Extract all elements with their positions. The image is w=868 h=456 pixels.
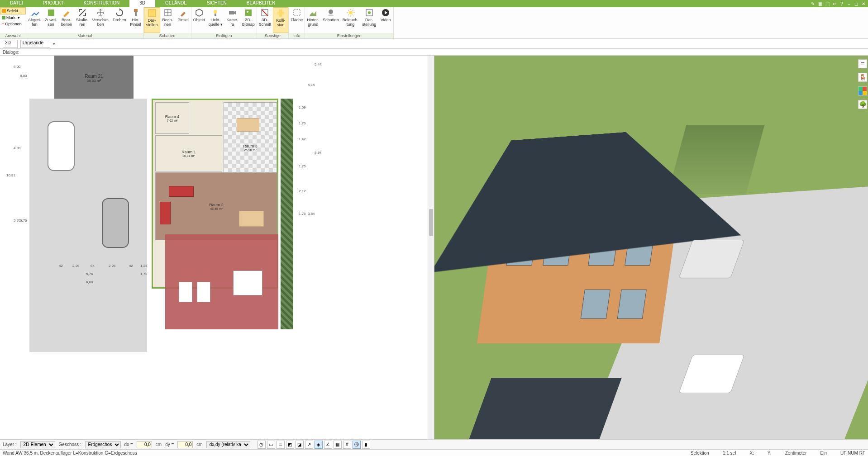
sofa-2[interactable] xyxy=(160,202,171,224)
select-button[interactable]: Selekt. xyxy=(0,7,26,14)
geschoss-select[interactable]: Erdgeschos xyxy=(85,441,121,448)
driveway xyxy=(29,99,147,352)
maximize-icon[interactable]: ◻ xyxy=(854,1,859,6)
dy-input[interactable] xyxy=(177,441,193,448)
tab-datei[interactable]: DATEI xyxy=(0,0,33,7)
options-button[interactable]: +Optionen xyxy=(0,21,26,27)
cube-icon[interactable]: ◈ xyxy=(315,441,323,449)
help-icon[interactable]: ? xyxy=(839,1,844,6)
schatten-button[interactable]: Schatten xyxy=(321,7,341,33)
abgreifen-button[interactable]: Abgrei-fen xyxy=(26,7,43,33)
flaeche-button[interactable]: Fläche xyxy=(289,7,305,33)
plant-icon[interactable]: 🌳 xyxy=(858,100,867,109)
layer-select[interactable]: 2D-Elemen xyxy=(20,441,55,448)
minimize-icon[interactable]: – xyxy=(846,1,852,6)
patio-sofa[interactable] xyxy=(233,271,262,295)
monitor-icon[interactable]: ▭ xyxy=(267,441,275,449)
zuweisen-icon xyxy=(47,8,56,17)
3d-schnitt-button[interactable]: 3D-Schnitt xyxy=(257,7,273,33)
room-2[interactable]: Raum 2 46,45 m² xyxy=(155,172,277,240)
dim-left-5: 5,76 xyxy=(20,218,27,223)
grid-icon-b[interactable]: ▦ xyxy=(334,441,342,449)
layers-icon[interactable]: ≡ xyxy=(858,59,867,68)
kamera-button[interactable]: Kame-ra xyxy=(224,7,240,33)
3d-bitmap-button[interactable]: 3D-Bitmap xyxy=(240,7,257,33)
dim-left-2: 4,99 xyxy=(14,146,21,150)
btn-l2: stellung xyxy=(362,23,376,27)
btn-l1: Video xyxy=(381,18,391,23)
table-dining[interactable] xyxy=(239,211,264,227)
objekt-button[interactable]: Objekt xyxy=(191,7,207,33)
hedge-right xyxy=(281,99,293,329)
undo-icon[interactable]: ↩ xyxy=(832,1,837,6)
select-label: Selekt. xyxy=(7,9,19,13)
video-button[interactable]: Video xyxy=(378,7,393,33)
drehen-icon xyxy=(115,8,124,17)
hash-icon[interactable]: # xyxy=(343,441,351,449)
tab-gelaende[interactable]: GELÄNDE xyxy=(155,0,197,7)
floorplan-scrollbar[interactable] xyxy=(428,56,434,439)
materials-icon[interactable] xyxy=(858,86,867,95)
sofa-1[interactable] xyxy=(169,186,194,197)
lounge-chair-2[interactable] xyxy=(197,282,210,302)
ribbon-group-einstellungen: Hinter-grundSchattenBeleuch-tungDar-stel… xyxy=(305,7,394,38)
tab-3d[interactable]: 3D xyxy=(129,0,155,7)
dx-unit: cm xyxy=(156,442,162,447)
pencil-icon[interactable]: ✎ xyxy=(810,1,816,6)
room-21[interactable]: Raum 21 38,83 m² xyxy=(54,56,134,101)
select-icon-1[interactable]: ◩ xyxy=(286,441,294,449)
n-icon[interactable]: Ⓝ xyxy=(353,441,361,449)
tab-bearbeiten[interactable]: BEARBEITEN xyxy=(237,0,285,7)
room-21-area: 38,83 m² xyxy=(87,79,101,83)
lichtquelle-button[interactable]: Licht-quelle ▾ xyxy=(207,7,225,33)
pinsel-button[interactable]: Pinsel xyxy=(176,7,191,33)
bearbeiten-button[interactable]: Bear-beiten xyxy=(59,7,74,33)
arrow-icon[interactable]: ↗ xyxy=(305,441,313,449)
grid-icon[interactable]: ▦ xyxy=(817,1,823,6)
table-kitchen[interactable] xyxy=(237,118,259,132)
floorplan-pane[interactable]: Raum 21 38,83 m² Raum 4 7,02 m² Raum 1 2… xyxy=(0,56,434,439)
clock-icon[interactable]: ◷ xyxy=(258,441,266,449)
darstellung-button[interactable]: Dar-stellung xyxy=(360,7,378,33)
btn-l2: grund xyxy=(308,23,318,27)
square-icon[interactable]: ⬚ xyxy=(825,1,830,6)
stack-icon[interactable]: ≣ xyxy=(277,441,285,449)
car-dark[interactable] xyxy=(102,198,129,248)
hintergrund-button[interactable]: Hinter-grund xyxy=(305,7,321,33)
floorplan-canvas[interactable]: Raum 21 38,83 m² Raum 4 7,02 m² Raum 1 2… xyxy=(0,56,428,439)
view-mode-select[interactable]: 3D xyxy=(3,40,18,48)
hin-pinsel-button[interactable]: Hin.Pinsel xyxy=(128,7,143,33)
bar-icon[interactable]: ▮ xyxy=(362,441,370,449)
select-icon-2[interactable]: ◪ xyxy=(296,441,304,449)
tab-projekt[interactable]: PROJEKT xyxy=(33,0,74,7)
dx-input[interactable] xyxy=(137,441,152,448)
rechnen-button[interactable]: Rech-nen xyxy=(160,7,176,33)
mark-button[interactable]: Mark.▾ xyxy=(0,14,26,21)
darstellen-button[interactable]: Dar-stellen xyxy=(144,7,160,33)
kamera-icon xyxy=(228,8,237,17)
tab-sichten[interactable]: SICHTEN xyxy=(197,0,237,7)
skalieren-button[interactable]: Skalie-ren xyxy=(74,7,91,33)
car-white[interactable] xyxy=(48,121,75,171)
kollision-button[interactable]: Kolli-sion xyxy=(273,7,288,33)
drehen-button[interactable]: Drehen xyxy=(111,7,128,33)
furniture-icon[interactable]: 🪑 xyxy=(858,73,867,82)
terrain-select[interactable]: Urgelände xyxy=(20,40,50,48)
tab-konstruktion[interactable]: KONSTRUKTION xyxy=(74,0,129,7)
room-4[interactable]: Raum 4 7,02 m² xyxy=(155,102,189,134)
close-icon[interactable]: ✕ xyxy=(861,1,866,6)
scrollbar-thumb[interactable] xyxy=(429,209,433,236)
verschieben-button[interactable]: Verschie-ben xyxy=(91,7,111,33)
chevron-down-icon[interactable]: ▾ xyxy=(53,42,55,46)
angle-icon[interactable]: ∠ xyxy=(324,441,332,449)
beleuchtung-button[interactable]: Beleuch-tung xyxy=(341,7,361,33)
mark-label: Mark. xyxy=(6,15,17,20)
room-1[interactable]: Raum 1 20,11 m² xyxy=(155,135,222,171)
zuweisen-button[interactable]: Zuwei-sen xyxy=(43,7,59,33)
render-pane[interactable] xyxy=(434,56,868,439)
dim-bottom-0: 42 xyxy=(59,264,63,268)
relative-mode-select[interactable]: dx,dy (relativ ka xyxy=(206,441,250,448)
lounge-chair-1[interactable] xyxy=(179,282,192,302)
render-canvas[interactable] xyxy=(434,56,868,439)
ribbon-group-auswahl: Selekt. Mark.▾ +Optionen Auswahl xyxy=(0,7,26,38)
